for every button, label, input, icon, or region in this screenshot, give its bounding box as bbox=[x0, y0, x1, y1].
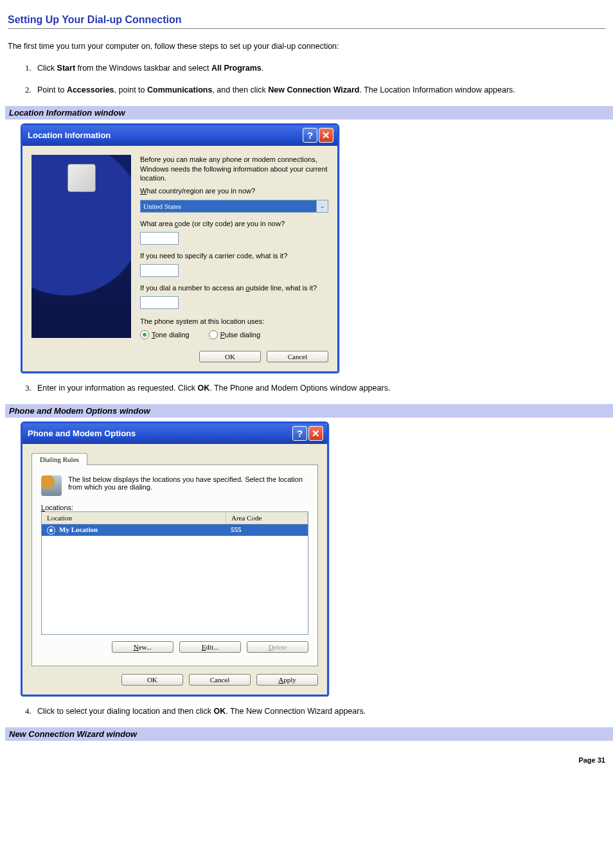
caption-new-connection-wizard: New Connection Wizard window bbox=[5, 727, 613, 741]
area-label: What area code (or city code) are you in… bbox=[140, 219, 328, 228]
radio-selected-icon bbox=[47, 526, 55, 535]
titlebar: Phone and Modem Options ? ✕ bbox=[22, 423, 327, 444]
outside-label: If you dial a number to access an outsid… bbox=[140, 283, 328, 292]
step-list: Click Start from the Windows taskbar and… bbox=[8, 62, 605, 96]
edit-button[interactable]: Edit... bbox=[179, 641, 241, 653]
close-button[interactable]: ✕ bbox=[319, 128, 333, 143]
step-2: Point to Accessories, point to Communica… bbox=[33, 84, 605, 96]
new-button[interactable]: New... bbox=[112, 641, 173, 653]
ok-button[interactable]: OK bbox=[199, 351, 261, 362]
phone-modem-icon bbox=[41, 475, 62, 496]
step-list-cont: Enter in your information as requested. … bbox=[8, 382, 605, 394]
pulse-dialing-radio[interactable]: Pulse dialing bbox=[209, 330, 260, 339]
loc-intro: Before you can make any phone or modem c… bbox=[140, 155, 328, 182]
phone-icon bbox=[67, 164, 96, 192]
chevron-down-icon: ⌄ bbox=[316, 200, 328, 212]
country-select[interactable]: United States ⌄ bbox=[140, 200, 328, 213]
ok-button[interactable]: OK bbox=[121, 674, 183, 686]
caption-location-info: Location Information window bbox=[5, 106, 613, 120]
system-label: The phone system at this location uses: bbox=[140, 317, 328, 326]
page-number: Page 31 bbox=[8, 756, 605, 764]
help-button[interactable]: ? bbox=[303, 128, 317, 143]
help-button[interactable]: ? bbox=[292, 426, 307, 441]
caption-phone-modem: Phone and Modem Options window bbox=[5, 404, 613, 418]
dialog-title: Phone and Modem Options bbox=[28, 429, 291, 438]
titlebar: Location Information ? ✕ bbox=[22, 125, 337, 146]
step-4: Click to select your dialing location an… bbox=[33, 705, 605, 717]
tab-dialing-rules[interactable]: Dialing Rules bbox=[31, 453, 87, 465]
listview-row-selected[interactable]: My Location 555 bbox=[42, 524, 308, 536]
close-button[interactable]: ✕ bbox=[308, 426, 323, 441]
tab-panel: The list below displays the locations yo… bbox=[31, 465, 318, 666]
country-label: What country/region are you in now? bbox=[140, 186, 328, 195]
page-title: Setting Up Your Dial-up Connection bbox=[8, 14, 605, 29]
carrier-label: If you need to specify a carrier code, w… bbox=[140, 251, 328, 260]
cancel-button[interactable]: Cancel bbox=[267, 351, 328, 362]
dialog-title: Location Information bbox=[28, 130, 301, 140]
step-3: Enter in your information as requested. … bbox=[33, 382, 605, 394]
locations-listview[interactable]: Location Area Code My Location 555 bbox=[41, 511, 308, 635]
step-list-cont2: Click to select your dialing location an… bbox=[8, 705, 605, 717]
col-area: Area Code bbox=[226, 512, 308, 524]
location-information-dialog: Location Information ? ✕ Before you can … bbox=[21, 123, 339, 373]
dialog-artwork bbox=[31, 155, 131, 338]
phone-modem-dialog: Phone and Modem Options ? ✕ Dialing Rule… bbox=[21, 421, 329, 696]
delete-button[interactable]: Delete bbox=[247, 641, 308, 653]
pm-description: The list below displays the locations yo… bbox=[68, 475, 308, 491]
area-code-input[interactable] bbox=[140, 232, 179, 245]
locations-label: Locations: bbox=[41, 504, 308, 511]
listview-header: Location Area Code bbox=[42, 512, 308, 524]
intro-text: The first time you turn your computer on… bbox=[8, 40, 605, 52]
step-1: Click Start from the Windows taskbar and… bbox=[33, 62, 605, 74]
carrier-code-input[interactable] bbox=[140, 264, 179, 277]
outside-line-input[interactable] bbox=[140, 296, 179, 309]
col-location: Location bbox=[42, 512, 226, 524]
cancel-button[interactable]: Cancel bbox=[189, 674, 251, 686]
tone-dialing-radio[interactable]: Tone dialing bbox=[140, 330, 190, 339]
apply-button[interactable]: Apply bbox=[256, 674, 318, 686]
